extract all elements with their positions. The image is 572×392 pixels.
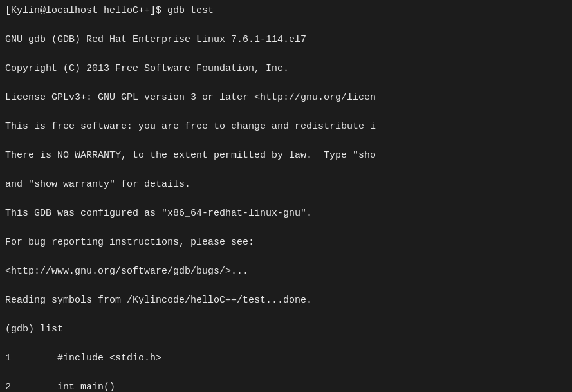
terminal-window[interactable]: [Kylin@localhost helloC++]$ gdb testGNU … [0, 0, 572, 392]
terminal-line-11: Reading symbols from /Kylincode/helloC++… [5, 294, 567, 308]
terminal-line-2: GNU gdb (GDB) Red Hat Enterprise Linux 7… [5, 33, 567, 48]
terminal-line-13: 1 #include <stdio.h> [5, 351, 567, 366]
terminal-line-14: 2 int main() [5, 380, 567, 392]
terminal-line-3: Copyright (C) 2013 Free Software Foundat… [5, 62, 567, 77]
terminal-line-8: This GDB was configured as "x86_64-redha… [5, 207, 567, 221]
terminal-content: [Kylin@localhost helloC++]$ gdb testGNU … [5, 4, 567, 392]
terminal-line-7: and "show warranty" for details. [5, 178, 567, 192]
terminal-line-6: There is NO WARRANTY, to the extent perm… [5, 149, 567, 163]
terminal-line-12: (gdb) list [5, 322, 567, 337]
terminal-line-1: [Kylin@localhost helloC++]$ gdb test [5, 4, 567, 19]
terminal-line-4: License GPLv3+: GNU GPL version 3 or lat… [5, 91, 567, 106]
terminal-line-10: <http://www.gnu.org/software/gdb/bugs/>.… [5, 265, 567, 279]
terminal-line-5: This is free software: you are free to c… [5, 120, 567, 135]
terminal-line-9: For bug reporting instructions, please s… [5, 236, 567, 250]
